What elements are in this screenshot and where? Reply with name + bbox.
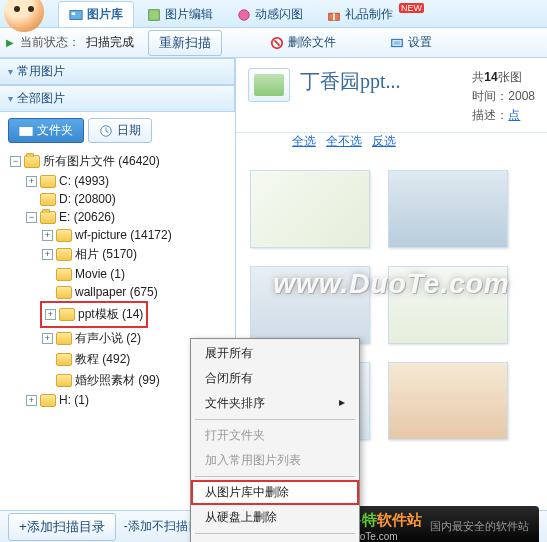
thumbnail[interactable]: [388, 362, 508, 440]
flash-icon: [237, 7, 251, 21]
tab-gift[interactable]: 礼品制作 NEW: [316, 1, 435, 27]
toolbar: ▶ 当前状态： 扫描完成 重新扫描 删除文件 设置: [0, 28, 547, 58]
status-value: 扫描完成: [86, 34, 134, 51]
svg-point-3: [239, 10, 250, 21]
common-pics-header[interactable]: ▾ 常用图片: [0, 58, 235, 85]
clock-icon: [99, 124, 113, 138]
ctx-remove-from-library[interactable]: 从图片库中删除: [191, 480, 359, 505]
folder-preview-icon: [248, 68, 290, 102]
separator: [195, 419, 355, 420]
collapse-icon[interactable]: −: [10, 156, 21, 167]
folder-icon: [40, 193, 56, 206]
mascot-avatar: [4, 0, 44, 32]
ctx-expand-all[interactable]: 展开所有: [191, 341, 359, 366]
play-icon: ▶: [6, 37, 14, 48]
thumbnail[interactable]: [388, 170, 508, 248]
ctx-folder-props[interactable]: 文件夹属性: [191, 537, 359, 542]
folder-icon: [56, 374, 72, 387]
separator: [195, 476, 355, 477]
collapse-icon[interactable]: −: [26, 212, 37, 223]
select-all-link[interactable]: 全选: [292, 133, 316, 150]
rescan-button[interactable]: 重新扫描: [148, 30, 222, 56]
select-invert-link[interactable]: 反选: [372, 133, 396, 150]
folder-icon: [56, 286, 72, 299]
tree-drive-e[interactable]: −E: (20626): [24, 208, 231, 226]
folder-icon: [24, 155, 40, 168]
tab-flash[interactable]: 动感闪图: [226, 1, 314, 27]
folder-icon: [40, 175, 56, 188]
tab-label: 图片库: [87, 6, 123, 23]
folder-icon: [56, 229, 72, 242]
tree-folder-movie[interactable]: Movie (1): [40, 265, 231, 283]
tab-label: 礼品制作: [345, 6, 393, 23]
delete-file-button[interactable]: 删除文件: [264, 31, 342, 54]
folder-icon: [40, 394, 56, 407]
ctx-remove-from-disk[interactable]: 从硬盘上删除: [191, 505, 359, 530]
add-scan-dir-button[interactable]: +添加扫描目录: [8, 513, 116, 541]
status-label: 当前状态：: [20, 34, 80, 51]
expand-icon[interactable]: +: [26, 176, 37, 187]
all-pics-header[interactable]: ▾ 全部图片: [0, 85, 235, 112]
tree-folder-ppt[interactable]: +ppt模板 (14): [43, 304, 145, 325]
folder-icon: [56, 332, 72, 345]
tree-drive-d[interactable]: D: (20800): [24, 190, 231, 208]
expand-icon[interactable]: +: [26, 395, 37, 406]
settings-icon: [390, 36, 404, 50]
folder-icon: [40, 211, 56, 224]
duote-badge: 多特软件站 DuoTe.com 国内最安全的软件站: [337, 506, 539, 542]
tab-image-library[interactable]: 图片库: [58, 1, 134, 27]
tab-label: 图片编辑: [165, 6, 213, 23]
thumbnail[interactable]: [250, 266, 370, 344]
folder-icon: [56, 248, 72, 261]
tree-root[interactable]: − 所有图片文件 (46420): [8, 151, 231, 172]
context-menu: 展开所有 合闭所有 文件夹排序▸ 打开文件夹 加入常用图片列表 从图片库中删除 …: [190, 338, 360, 542]
folder-icon: [56, 268, 72, 281]
svg-line-7: [274, 40, 279, 45]
folder-info: 共14张图 时间：2008 描述：点: [472, 68, 535, 126]
chevron-down-icon: ▾: [8, 93, 13, 104]
select-none-link[interactable]: 全不选: [326, 133, 362, 150]
tree-drive-c[interactable]: +C: (4993): [24, 172, 231, 190]
svg-rect-2: [149, 10, 160, 21]
tree-folder-xiangpian[interactable]: +相片 (5170): [40, 244, 231, 265]
expand-icon[interactable]: +: [42, 230, 53, 241]
main-tabs: 图片库 图片编辑 动感闪图 礼品制作 NEW: [58, 1, 435, 27]
chevron-down-icon: ▾: [8, 66, 13, 77]
subtab-folder[interactable]: 文件夹: [8, 118, 84, 143]
subtab-date[interactable]: 日期: [88, 118, 152, 143]
tab-image-edit[interactable]: 图片编辑: [136, 1, 224, 27]
expand-icon[interactable]: +: [42, 249, 53, 260]
svg-rect-9: [394, 41, 401, 45]
expand-icon[interactable]: +: [45, 309, 56, 320]
gift-icon: [327, 7, 341, 21]
library-icon: [69, 7, 83, 21]
settings-button[interactable]: 设置: [384, 31, 438, 54]
tab-label: 动感闪图: [255, 6, 303, 23]
tree-folder-wallpaper[interactable]: wallpaper (675): [40, 283, 231, 301]
svg-rect-5: [333, 13, 335, 20]
new-badge: NEW: [399, 3, 424, 13]
tree-folder-wf[interactable]: +wf-picture (14172): [40, 226, 231, 244]
svg-rect-1: [72, 12, 76, 15]
delete-icon: [270, 36, 284, 50]
folder-icon: [56, 353, 72, 366]
folder-icon: [19, 124, 33, 138]
thumbnail[interactable]: [250, 170, 370, 248]
ctx-add-common: 加入常用图片列表: [191, 448, 359, 473]
folder-title: 丁香园ppt...: [300, 68, 401, 95]
ctx-open-folder: 打开文件夹: [191, 423, 359, 448]
edit-icon: [147, 7, 161, 21]
folder-icon: [59, 308, 75, 321]
ctx-sort[interactable]: 文件夹排序▸: [191, 391, 359, 416]
expand-icon[interactable]: +: [42, 333, 53, 344]
separator: [195, 533, 355, 534]
svg-rect-10: [20, 127, 32, 135]
ctx-collapse-all[interactable]: 合闭所有: [191, 366, 359, 391]
thumbnail[interactable]: [388, 266, 508, 344]
